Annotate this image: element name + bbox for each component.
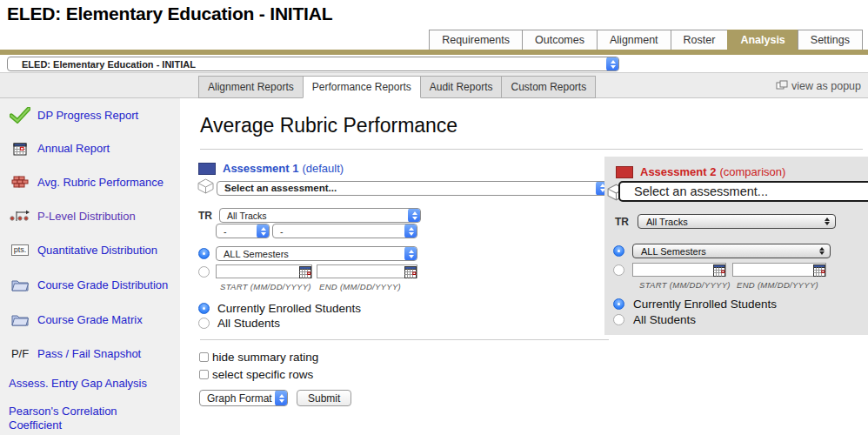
assessment1-assessment-select[interactable]: Select an assessment... — [217, 181, 609, 196]
popup-link-label: view as popup — [791, 80, 861, 92]
select-stepper-icon — [404, 246, 417, 261]
assessment1-semesters-row: ALL Semesters — [198, 246, 417, 261]
pf-icon: P/F — [9, 347, 31, 360]
divider — [200, 339, 609, 340]
assessment1-end-date-input[interactable] — [317, 264, 417, 278]
assessment2-start-date-input[interactable] — [632, 263, 726, 277]
assessment2-all-students-radio[interactable] — [613, 314, 624, 325]
assessment1-track-sub2-select[interactable]: - — [272, 224, 417, 238]
sidebar-item-pass-fail-snapshot[interactable]: P/F Pass / Fail Snapshot — [9, 347, 141, 361]
sidebar-item-annual-report[interactable]: Annual Report — [9, 142, 110, 156]
assessment1-start-date-input[interactable] — [216, 264, 312, 278]
graph-format-select[interactable]: Graph Format — [199, 390, 288, 406]
sidebar-item-assess-entry-gap-analysis[interactable]: Assess. Entry Gap Analysis — [9, 377, 147, 391]
select-specific-rows-row: select specific rows — [199, 368, 313, 381]
sidebar-item-label: Pass / Fail Snapshot — [37, 347, 141, 361]
assessment2-enrolled-row: Currently Enrolled Students — [613, 298, 777, 311]
select-stepper-icon — [606, 57, 619, 71]
select-stepper-icon — [257, 224, 270, 238]
select-arrows-icon — [825, 215, 830, 228]
assessment2-tracks-select[interactable]: All Tracks — [638, 214, 836, 229]
assessment1-semesters-select[interactable]: ALL Semesters — [216, 246, 417, 261]
sidebar-item-label: Course Grade Distribution — [37, 278, 168, 292]
sidebar-item-avg-rubric-performance[interactable]: Avg. Rubric Performance — [9, 176, 164, 190]
assessment1-semesters-radio[interactable] — [198, 248, 210, 259]
assessment1-daterange-row — [198, 264, 417, 278]
program-select[interactable]: ELED: Elementary Education - INITIAL — [7, 57, 619, 71]
assessment1-track-sub-row: - - — [216, 224, 417, 238]
tab-requirements[interactable]: Requirements — [429, 30, 523, 50]
calendar-icon[interactable] — [404, 265, 417, 282]
sidebar-item-pearsons-correlation-coefficient[interactable]: Pearson's Correlation Coefficient — [9, 405, 161, 432]
assessment2-all-students-row: All Students — [613, 313, 696, 326]
assessment1-enrolled-radio[interactable] — [198, 303, 210, 314]
tab-performance-reports[interactable]: Performance Reports — [303, 76, 421, 98]
assessment2-semesters-value: ALL Semesters — [641, 246, 706, 257]
calendar-icon[interactable] — [813, 264, 825, 280]
folder-icon — [9, 313, 31, 326]
calendar-icon[interactable] — [299, 265, 311, 282]
cube-icon — [197, 178, 214, 197]
assessment2-semesters-radio[interactable] — [613, 245, 624, 257]
sidebar-item-course-grade-matrix[interactable]: Course Grade Matrix — [9, 313, 143, 327]
select-stepper-icon — [408, 208, 421, 223]
sidebar-item-course-grade-distribution[interactable]: Course Grade Distribution — [9, 278, 168, 292]
assessment1-tracks-row: TR All Tracks — [198, 208, 421, 223]
tab-roster[interactable]: Roster — [671, 30, 729, 50]
report-tab-band: Alignment Reports Performance Reports Au… — [0, 73, 868, 98]
assessment2-assessment-select[interactable]: Select an assessment... — [618, 181, 868, 202]
sidebar-item-dp-progress-report[interactable]: DP Progress Report — [9, 107, 138, 124]
tab-alignment-reports[interactable]: Alignment Reports — [198, 76, 304, 98]
assessment1-tr-label: TR — [198, 210, 212, 222]
select-stepper-icon — [275, 390, 288, 406]
assessment2-start-caption: START (MM/DD/YYYY) — [639, 280, 731, 290]
assessment1-qualifier: (default) — [302, 162, 344, 175]
tab-custom-reports[interactable]: Custom Reports — [501, 76, 596, 98]
assessment2-semesters-select[interactable]: ALL Semesters — [632, 244, 831, 258]
tab-alignment[interactable]: Alignment — [597, 30, 671, 50]
select-stepper-icon — [404, 224, 417, 238]
assessment1-tracks-select[interactable]: All Tracks — [219, 208, 421, 223]
sidebar-item-label: Quantitative Distribution — [37, 244, 157, 258]
program-selector-row: ELED: Elementary Education - INITIAL — [0, 55, 868, 73]
sidebar-item-p-level-distribution[interactable]: P-Level Distribution — [9, 210, 136, 224]
popup-window-icon — [776, 80, 788, 92]
assessment2-enrolled-radio[interactable] — [613, 298, 624, 310]
sidebar-item-label: DP Progress Report — [37, 109, 138, 123]
sidebar-item-quantitative-distribution[interactable]: pts. Quantitative Distribution — [9, 244, 157, 258]
assessment1-tracks-value: All Tracks — [227, 211, 267, 221]
assessment2-daterange-radio[interactable] — [613, 264, 624, 276]
assessment1-enrolled-label: Currently Enrolled Students — [217, 302, 361, 315]
assessment2-tracks-row: TR All Tracks — [615, 214, 836, 229]
assessment2-tracks-value: All Tracks — [646, 217, 688, 227]
select-specific-rows-checkbox[interactable] — [199, 370, 209, 379]
check-icon — [9, 107, 31, 124]
hide-summary-rating-checkbox[interactable] — [199, 352, 209, 362]
actions-row: Graph Format Submit — [199, 390, 351, 406]
assessment1-track-sub2-value: - — [280, 226, 284, 237]
assessment2-end-date-input[interactable] — [732, 263, 826, 277]
select-arrows-icon — [819, 244, 825, 258]
tab-audit-reports[interactable]: Audit Reports — [420, 76, 503, 98]
submit-button[interactable]: Submit — [297, 390, 351, 406]
tab-analysis[interactable]: Analysis — [727, 30, 798, 50]
assessment1-all-students-radio[interactable] — [198, 318, 210, 329]
sidebar-item-label: Assess. Entry Gap Analysis — [9, 377, 147, 391]
page-heading: Average Rubric Performance — [200, 114, 457, 137]
folder-icon — [9, 278, 31, 291]
assessment2-daterange-row — [613, 263, 826, 277]
tab-outcomes[interactable]: Outcomes — [522, 30, 598, 50]
calendar-icon[interactable] — [713, 264, 725, 280]
assessment2-tr-label: TR — [615, 216, 629, 228]
assessment1-select-row: Select an assessment... — [197, 178, 609, 197]
assessment1-all-students-label: All Students — [217, 317, 280, 330]
assessment1-name: Assessment 1 — [223, 162, 298, 175]
assessment1-track-sub1-select[interactable]: - — [216, 224, 270, 238]
sidebar-item-label: Pearson's Correlation Coefficient — [9, 405, 161, 432]
assessment1-daterange-radio[interactable] — [198, 266, 210, 278]
sidebar-item-label: Course Grade Matrix — [37, 313, 143, 327]
assessment1-end-caption: END (MM/DD/YYYY) — [319, 282, 401, 291]
tab-settings[interactable]: Settings — [798, 30, 863, 50]
bricks-icon — [9, 176, 31, 190]
view-as-popup-link[interactable]: view as popup — [776, 80, 861, 92]
